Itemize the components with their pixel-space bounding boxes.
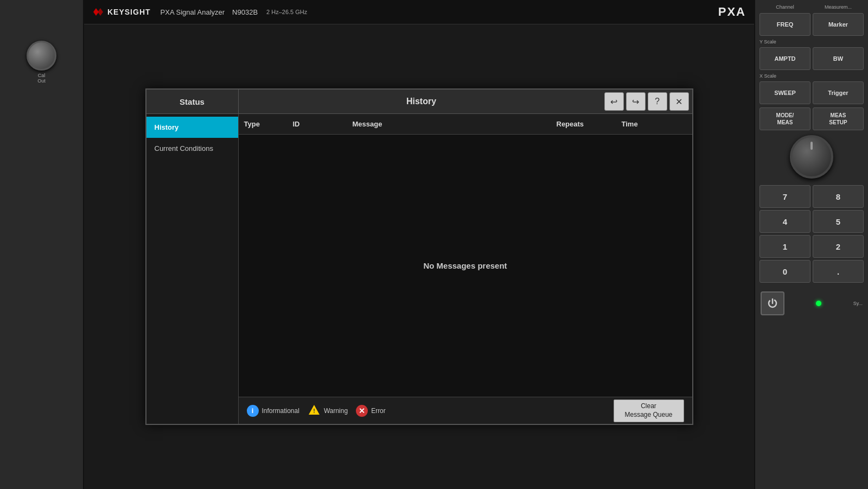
bw-button[interactable]: BW <box>813 47 864 70</box>
content-area: Type ID Message Repeats Time No Messages… <box>239 114 692 424</box>
close-button[interactable]: ✕ <box>669 92 689 111</box>
num-5-button[interactable]: 5 <box>813 210 864 233</box>
freq-marker-row: FREQ Marker <box>760 13 864 36</box>
power-row: Sy... <box>760 289 864 317</box>
sweep-button[interactable]: SWEEP <box>760 81 810 104</box>
svg-marker-1 <box>98 8 103 16</box>
col-type-header: Type <box>244 120 293 128</box>
dialog-controls: ↩ ↪ ? ✕ <box>604 92 692 111</box>
table-body: No Messages present <box>239 135 692 397</box>
num-row-78: 7 8 <box>760 185 864 208</box>
legend-info: i Informational <box>247 405 299 417</box>
dot-button[interactable]: . <box>813 260 864 283</box>
numpad: 7 8 4 5 1 2 0 . <box>760 185 864 283</box>
screen-container: Status History ↩ ↪ ? ✕ History Curre <box>84 24 754 489</box>
svg-text:!: ! <box>313 408 315 414</box>
undo-button[interactable]: ↩ <box>604 92 624 111</box>
num-7-button[interactable]: 7 <box>760 185 810 208</box>
power-icon <box>767 298 778 309</box>
error-label: Error <box>371 407 386 415</box>
brand-name: KEYSIGHT <box>107 8 151 16</box>
cal-knob[interactable] <box>27 41 56 71</box>
marker-button[interactable]: Marker <box>813 13 864 36</box>
pxa-title: PXA <box>718 5 746 19</box>
col-id-header: ID <box>293 120 353 128</box>
right-panel: Channel Measurem... FREQ Marker Y Scale … <box>754 0 868 489</box>
warning-icon-container: ! <box>308 404 321 417</box>
dialog-titlebar: Status History ↩ ↪ ? ✕ <box>146 90 692 114</box>
measurement-label: Measurem... <box>813 4 864 10</box>
clear-message-queue-button[interactable]: Clear Message Queue <box>614 399 684 422</box>
power-led <box>816 301 821 306</box>
num-row-12: 1 2 <box>760 235 864 258</box>
num-1-button[interactable]: 1 <box>760 235 810 258</box>
dialog-window: Status History ↩ ↪ ? ✕ History Curre <box>145 88 693 425</box>
trigger-button[interactable]: Trigger <box>813 81 864 104</box>
logo-svg <box>92 7 104 17</box>
model-number: N9032B <box>232 8 258 16</box>
sys-label: Sy... <box>853 301 863 306</box>
sidebar-nav: History Current Conditions <box>146 114 239 424</box>
amptd-bw-row: AMPTD BW <box>760 47 864 70</box>
num-row-0dot: 0 . <box>760 260 864 283</box>
info-label: Informational <box>262 407 299 415</box>
dialog-status-label: Status <box>146 90 239 113</box>
error-icon: ✕ <box>356 405 368 417</box>
num-2-button[interactable]: 2 <box>813 235 864 258</box>
freq-range: 2 Hz–26.5 GHz <box>266 9 307 15</box>
footer-bar: i Informational ! Warning <box>239 397 692 424</box>
main-knob[interactable] <box>790 135 833 179</box>
num-0-button[interactable]: 0 <box>760 260 810 283</box>
warning-icon: ! <box>308 404 321 416</box>
nav-item-history[interactable]: History <box>146 117 238 138</box>
dialog-body: History Current Conditions Type ID Messa… <box>146 114 692 424</box>
sweep-trigger-row: SWEEP Trigger <box>760 81 864 104</box>
meas-setup-button[interactable]: MEAS SETUP <box>813 107 864 130</box>
col-time-header: Time <box>622 120 687 128</box>
col-repeats-header: Repeats <box>557 120 622 128</box>
num-row-45: 4 5 <box>760 210 864 233</box>
num-4-button[interactable]: 4 <box>760 210 810 233</box>
cal-label: CalOut <box>37 73 46 84</box>
warning-label: Warning <box>324 407 348 415</box>
mode-meas-setup-row: MODE/ MEAS MEAS SETUP <box>760 107 864 130</box>
keysight-logo: KEYSIGHT <box>92 7 151 17</box>
help-button[interactable]: ? <box>648 92 667 111</box>
legend-warning: ! Warning <box>308 404 348 417</box>
num-8-button[interactable]: 8 <box>813 185 864 208</box>
logo-area: KEYSIGHT PXA Signal Analyzer N9032B 2 Hz… <box>92 7 307 17</box>
x-scale-label: X Scale <box>760 72 864 79</box>
instrument-left-panel: CalOut <box>0 0 84 489</box>
legend-error: ✕ Error <box>356 405 386 417</box>
top-bar: KEYSIGHT PXA Signal Analyzer N9032B 2 Hz… <box>84 0 754 24</box>
redo-button[interactable]: ↪ <box>626 92 646 111</box>
table-header: Type ID Message Repeats Time <box>239 114 692 135</box>
dialog-title: History <box>239 97 604 106</box>
amptd-button[interactable]: AMPTD <box>760 47 810 70</box>
instrument-model: PXA Signal Analyzer <box>161 8 225 16</box>
info-icon: i <box>247 405 259 417</box>
no-messages-text: No Messages present <box>423 261 507 270</box>
top-section-labels: Channel Measurem... <box>760 4 864 10</box>
y-scale-label: Y Scale <box>760 38 864 45</box>
nav-item-current-conditions[interactable]: Current Conditions <box>146 138 238 159</box>
knob-area <box>760 135 864 179</box>
freq-button[interactable]: FREQ <box>760 13 810 36</box>
col-message-header: Message <box>353 120 557 128</box>
mode-meas-button[interactable]: MODE/ MEAS <box>760 107 810 130</box>
channel-label: Channel <box>760 4 810 10</box>
power-button[interactable] <box>761 291 784 315</box>
main-screen-area: KEYSIGHT PXA Signal Analyzer N9032B 2 Hz… <box>84 0 754 489</box>
